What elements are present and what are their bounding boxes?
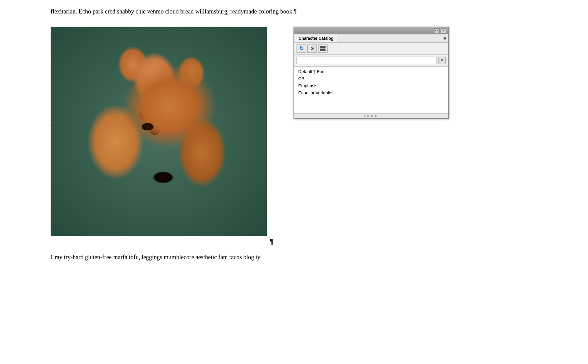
text-top: flexitarian. Echo park cred shabby chic … [51,7,455,17]
panel-header: Character Catalog ≡ [294,34,448,43]
list-item-emphasis[interactable]: Emphasis [294,82,448,89]
character-catalog-panel: << × Character Catalog ≡ ↻ ⚙ [293,27,449,119]
panel-titlebar: << × [294,27,448,34]
panel-close-button[interactable]: × [441,28,446,33]
settings-button[interactable]: ⚙ [307,44,317,53]
panel-tab-area: Character Catalog [294,34,338,42]
page-content: flexitarian. Echo park cred shabby chic … [0,0,588,364]
panel-resize-handle[interactable] [364,115,378,117]
settings-icon: ⚙ [310,46,314,52]
list-item-equation-variables[interactable]: EquationVariables [294,89,448,96]
tab-character-catalog[interactable]: Character Catalog [294,34,338,42]
character-list: Default ¶ Font CB Emphasis EquationVaria… [294,66,448,114]
panel-footer [294,114,448,118]
dog-image [51,27,267,236]
panel-search-row: ✕ [294,55,448,66]
clear-icon: ✕ [440,58,444,63]
list-item-cb[interactable]: CB [294,75,448,82]
table-view-button[interactable] [318,44,328,53]
search-input[interactable] [297,57,437,64]
image-frame: ¶ [51,27,267,236]
panel-toolbar: ↻ ⚙ [294,43,448,55]
refresh-icon: ↻ [299,45,304,52]
text-bottom: Cray try-hard gluten-free marfa tofu, le… [51,252,523,262]
table-icon [320,46,326,51]
list-item-default-font[interactable]: Default ¶ Font [294,68,448,75]
search-clear-button[interactable]: ✕ [438,57,446,64]
paragraph-mark-image: ¶ [270,238,273,245]
panel-menu-button[interactable]: ≡ [441,35,448,42]
refresh-button[interactable]: ↻ [297,44,306,53]
panel-collapse-button[interactable]: << [434,28,440,33]
main-area: ¶ << × Character Catalog ≡ ↻ ⚙ [51,27,588,236]
margin-line [50,0,50,364]
